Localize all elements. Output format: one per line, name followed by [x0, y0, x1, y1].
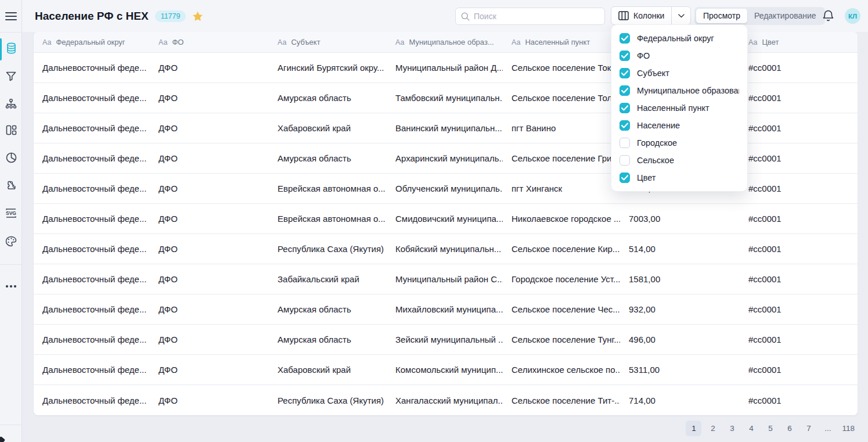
sidebar-item-palette[interactable] [0, 228, 22, 256]
table-cell[interactable]: Сельское поселение Ток [503, 53, 620, 82]
table-cell[interactable]: пгт Хинганск [503, 174, 620, 203]
column-header[interactable]: АаФедеральный округ [34, 32, 150, 52]
table-cell[interactable]: #cc0001 [740, 113, 858, 143]
table-row[interactable]: Дальневосточный феде...ДФОАмурская облас… [34, 294, 858, 325]
table-cell[interactable]: Амурская область [269, 294, 387, 324]
page-button[interactable]: 4 [743, 421, 759, 436]
columns-menu-item[interactable]: Городское [611, 134, 747, 152]
table-cell[interactable]: Дальневосточный феде... [34, 385, 150, 415]
columns-menu-item[interactable]: Муниципальное образован... [611, 82, 747, 99]
table-cell[interactable]: Забайкальский край [269, 264, 387, 294]
table-cell[interactable]: ДФО [150, 204, 269, 233]
table-cell[interactable]: Муниципальный район Д... [387, 53, 503, 82]
column-header[interactable]: АаЦвет [740, 32, 858, 52]
table-cell[interactable]: #cc0001 [740, 53, 858, 82]
table-cell[interactable]: Ванинский муниципальн... [387, 113, 503, 143]
page-button[interactable]: 5 [762, 421, 778, 436]
table-cell[interactable]: Дальневосточный феде... [34, 174, 150, 203]
table-cell[interactable]: #cc0001 [740, 355, 858, 384]
table-cell[interactable]: Дальневосточный феде... [34, 143, 150, 173]
columns-caret-button[interactable] [671, 7, 690, 24]
page-button[interactable]: 6 [781, 421, 797, 436]
table-cell[interactable]: Дальневосточный феде... [34, 234, 150, 264]
table-cell[interactable]: Республика Саха (Якутия) [269, 385, 387, 415]
page-button[interactable]: 2 [705, 421, 721, 436]
column-header[interactable]: АаНаселенный пункт [503, 32, 620, 52]
table-cell[interactable]: 496,00 [620, 325, 740, 354]
sidebar-item-filter[interactable] [0, 63, 22, 91]
table-cell[interactable]: Муниципальный район С... [387, 264, 503, 294]
favorite-star-icon[interactable] [192, 11, 203, 21]
edit-mode-button[interactable]: Редактирование [747, 9, 823, 23]
table-cell[interactable]: Агинский Бурятский окру... [269, 53, 387, 82]
view-mode-button[interactable]: Просмотр [696, 9, 747, 23]
table-row[interactable]: Дальневосточный феде...ДФОХабаровский кр… [34, 355, 858, 385]
table-cell[interactable]: 1581,00 [620, 264, 740, 294]
notifications-button[interactable] [822, 10, 835, 23]
table-cell[interactable]: Сельское поселение Кир... [503, 234, 620, 264]
column-header[interactable]: АаМуниципальное образ... [387, 32, 503, 52]
table-cell[interactable]: Амурская область [269, 83, 387, 113]
table-cell[interactable]: ДФО [150, 325, 269, 354]
table-cell[interactable]: Дальневосточный феде... [34, 113, 150, 143]
table-cell[interactable]: Амурская область [269, 325, 387, 354]
table-cell[interactable]: #cc0001 [740, 83, 858, 113]
table-row[interactable]: Дальневосточный феде...ДФОРеспублика Сах… [34, 234, 858, 264]
table-cell[interactable]: ДФО [150, 143, 269, 173]
table-cell[interactable]: #cc0001 [740, 264, 858, 294]
table-cell[interactable]: 714,00 [620, 385, 740, 415]
columns-menu-item[interactable]: Цвет [611, 169, 747, 186]
table-cell[interactable]: Сельское поселение Тит-... [503, 385, 620, 415]
table-cell[interactable]: Дальневосточный феде... [34, 204, 150, 233]
sidebar-item-svg-export[interactable]: SVG [0, 200, 22, 228]
checkbox-checked-icon[interactable] [620, 33, 630, 44]
table-cell[interactable]: #cc0001 [740, 385, 858, 415]
table-cell[interactable]: Дальневосточный феде... [34, 325, 150, 354]
table-row[interactable]: Дальневосточный феде...ДФОАмурская облас… [34, 325, 858, 355]
checkbox-checked-icon[interactable] [620, 51, 630, 61]
table-cell[interactable]: Еврейская автономная о... [269, 174, 387, 203]
table-row[interactable]: Дальневосточный феде...ДФОРеспублика Сах… [34, 385, 858, 415]
table-cell[interactable]: 932,00 [620, 294, 740, 324]
sidebar-item-hierarchy[interactable] [0, 91, 22, 119]
table-cell[interactable]: Сельское поселение Гри [503, 143, 620, 173]
checkbox-checked-icon[interactable] [620, 173, 630, 183]
checkbox-checked-icon[interactable] [620, 120, 630, 131]
checkbox-checked-icon[interactable] [620, 103, 630, 113]
table-cell[interactable]: Дальневосточный феде... [34, 83, 150, 113]
hamburger-menu-icon[interactable] [5, 12, 17, 21]
table-cell[interactable]: #cc0001 [740, 143, 858, 173]
sidebar-item-more[interactable] [0, 271, 22, 299]
table-cell[interactable]: Тамбовский муниципальн... [387, 83, 503, 113]
search-input[interactable] [474, 12, 599, 21]
table-cell[interactable]: Сельское поселение Тол [503, 83, 620, 113]
table-cell[interactable]: 7003,00 [620, 204, 740, 233]
table-cell[interactable]: Дальневосточный феде... [34, 53, 150, 82]
columns-menu-item[interactable]: Населенный пункт [611, 99, 747, 117]
table-cell[interactable]: ДФО [150, 264, 269, 294]
table-cell[interactable]: #cc0001 [740, 294, 858, 324]
table-cell[interactable]: ДФО [150, 53, 269, 82]
sidebar-item-plugins[interactable] [0, 173, 22, 200]
columns-menu-item[interactable]: Сельское [611, 152, 747, 169]
table-cell[interactable]: Кобяйский муниципальн... [387, 234, 503, 264]
table-row[interactable]: Дальневосточный феде...ДФОЕврейская авто… [34, 204, 858, 234]
checkbox-checked-icon[interactable] [620, 85, 630, 96]
page-button[interactable]: 1 [686, 421, 701, 436]
table-cell[interactable]: Комсомольский муницип... [387, 355, 503, 384]
table-cell[interactable]: Хангаласский муниципал... [387, 385, 503, 415]
columns-menu-item[interactable]: ФО [611, 47, 747, 64]
table-cell[interactable]: Амурская область [269, 143, 387, 173]
table-cell[interactable]: ДФО [150, 174, 269, 203]
table-cell[interactable]: пгт Ванино [503, 113, 620, 143]
table-cell[interactable]: Хабаровский край [269, 355, 387, 384]
table-cell[interactable]: Дальневосточный феде... [34, 264, 150, 294]
table-cell[interactable]: #cc0001 [740, 234, 858, 264]
column-header[interactable]: АаФО [150, 32, 269, 52]
table-cell[interactable]: ДФО [150, 234, 269, 264]
checkbox-unchecked-icon[interactable] [620, 155, 630, 166]
columns-button[interactable]: Колонки [611, 6, 691, 25]
sidebar-item-layout[interactable] [0, 117, 22, 145]
table-cell[interactable]: Хабаровский край [269, 113, 387, 143]
table-cell[interactable]: ДФО [150, 294, 269, 324]
